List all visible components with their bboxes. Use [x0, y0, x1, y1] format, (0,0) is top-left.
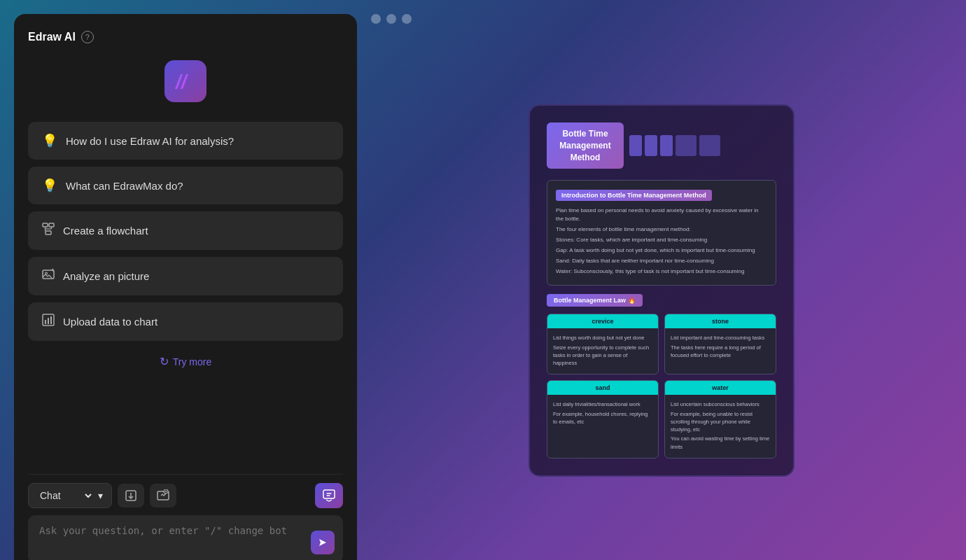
suggestion-icon-picture	[42, 268, 55, 284]
diagram-title-line1: Bottle Time	[556, 128, 614, 140]
right-panel: Bottle Time Management Method Introducti	[357, 0, 966, 560]
cell-sand-text1: List daily trivialities/transactional wo…	[553, 400, 652, 408]
diagram-title: Bottle Time Management Method	[547, 122, 624, 169]
image-upload-button[interactable]	[150, 484, 176, 507]
image-upload-icon	[157, 489, 169, 502]
cell-crevice-body: List things worth doing but not yet done…	[547, 328, 658, 374]
suggestion-label-edrawmax: What can EdrawMax do?	[66, 180, 183, 192]
cell-stone-body: List important and time-consuming tasks …	[665, 328, 776, 366]
cell-stone-text2: The tasks here require a long period of …	[671, 344, 770, 360]
svg-rect-2	[49, 223, 54, 227]
suggestion-label-picture: Analyze an picture	[63, 270, 149, 282]
svg-rect-1	[43, 223, 48, 227]
intro-p2: The four elements of bottle time managem…	[556, 225, 767, 234]
logo-svg: //	[173, 69, 198, 94]
stripe-1	[629, 135, 642, 156]
svg-rect-11	[48, 318, 49, 324]
suggestion-label-analysis: How do I use Edraw AI for analysis?	[66, 135, 234, 147]
law-section-title: Bottle Management Law 🔥	[547, 294, 643, 307]
diagram-title-line2: Management	[556, 140, 614, 152]
stripe-5	[699, 135, 720, 156]
suggestion-chart[interactable]: Upload data to chart	[28, 302, 343, 341]
svg-rect-12	[50, 316, 52, 324]
law-section-label: Bottle Management Law 🔥	[554, 297, 636, 304]
intro-section-title: Introduction to Bottle Time Management M…	[556, 190, 712, 201]
svg-rect-10	[45, 320, 46, 324]
cell-stone-text1: List important and time-consuming tasks	[671, 334, 770, 342]
cell-crevice-text2: Seize every opportunity to complete such…	[553, 344, 652, 368]
diagram-header: Bottle Time Management Method	[547, 122, 776, 169]
cell-water: water List uncertain subconscious behavi…	[664, 380, 776, 458]
intro-p3: Stones: Core tasks, which are important …	[556, 236, 767, 244]
app-title: Edraw AI	[28, 31, 76, 43]
browser-controls	[371, 14, 952, 24]
intro-p5: Sand: Daily tasks that are neither impor…	[556, 257, 767, 265]
app-header: Edraw AI ?	[28, 31, 343, 43]
intro-box: Introduction to Bottle Time Management M…	[547, 180, 776, 286]
intro-p1: Plan time based on personal needs to avo…	[556, 206, 767, 223]
suggestion-icon-chart	[42, 314, 55, 330]
dropdown-chevron-icon: ▾	[98, 490, 103, 501]
svg-rect-16	[323, 490, 335, 498]
chat-input[interactable]	[39, 525, 332, 550]
diagram-area: Bottle Time Management Method Introducti	[371, 35, 952, 546]
logo-area: //	[28, 60, 343, 102]
ai-icon	[322, 489, 336, 503]
suggestion-label-chart: Upload data to chart	[63, 316, 158, 328]
cell-water-header: water	[665, 381, 776, 395]
app-container: Edraw AI ? // 💡 How do I use	[0, 0, 966, 560]
svg-text://: //	[174, 71, 189, 92]
intro-p6: Water: Subconsciously, this type of task…	[556, 267, 767, 276]
intro-p4: Gap: A task worth doing but not yet done…	[556, 246, 767, 255]
cell-crevice-text1: List things worth doing but not yet done	[553, 334, 652, 342]
suggestion-label-flowchart: Create a flowchart	[63, 225, 148, 237]
cell-sand: sand List daily trivialities/transaction…	[547, 380, 659, 458]
help-icon[interactable]: ?	[81, 31, 94, 43]
suggestion-flowchart[interactable]: Create a flowchart	[28, 211, 343, 250]
diagram-stripes	[629, 135, 776, 156]
left-panel: Edraw AI ? // 💡 How do I use	[14, 14, 357, 560]
intro-content: Plan time based on personal needs to avo…	[556, 206, 767, 276]
cell-water-text2: For example, being unable to resist scro…	[671, 410, 770, 434]
send-button[interactable]	[311, 531, 335, 554]
cell-stone-header: stone	[665, 314, 776, 328]
cell-stone: stone List important and time-consuming …	[664, 314, 776, 374]
cell-crevice-header: crevice	[547, 314, 658, 328]
cell-crevice: crevice List things worth doing but not …	[547, 314, 659, 374]
mode-selector[interactable]: Chat Diagram Analysis ▾	[28, 483, 112, 508]
cell-water-text3: You can avoid wasting time by setting ti…	[671, 435, 770, 451]
svg-rect-3	[46, 231, 51, 234]
cell-sand-text2: For example, household chores, replying …	[553, 410, 652, 426]
send-icon	[318, 538, 328, 547]
chat-input-area[interactable]	[28, 515, 343, 560]
cell-water-text1: List uncertain subconscious behaviors	[671, 400, 770, 408]
suggestion-icon-analysis: 💡	[42, 133, 57, 148]
logo-icon: //	[164, 60, 206, 102]
suggestion-edrawmax[interactable]: 💡 What can EdrawMax do?	[28, 167, 343, 204]
mode-dropdown[interactable]: Chat Diagram Analysis	[37, 489, 94, 502]
stripe-2	[645, 135, 657, 156]
svg-rect-7	[43, 270, 54, 279]
bottle-grid: crevice List things worth doing but not …	[547, 314, 776, 458]
cell-sand-body: List daily trivialities/transactional wo…	[547, 395, 658, 433]
try-more-button[interactable]: ↻ Try more	[28, 346, 343, 377]
diagram-card: Bottle Time Management Method Introducti	[528, 104, 794, 477]
refresh-icon: ↻	[160, 355, 169, 368]
cell-water-body: List uncertain subconscious behaviors Fo…	[665, 395, 776, 458]
browser-dot-3	[402, 14, 412, 24]
export-icon	[125, 489, 137, 502]
browser-dot-1	[371, 14, 381, 24]
suggestion-analysis[interactable]: 💡 How do I use Edraw AI for analysis?	[28, 122, 343, 160]
try-more-label: Try more	[173, 356, 211, 368]
cell-sand-header: sand	[547, 381, 658, 395]
ai-chat-button[interactable]	[315, 483, 343, 508]
stripe-4	[676, 135, 696, 156]
diagram-title-line3: Method	[556, 152, 614, 164]
suggestion-picture[interactable]: Analyze an picture	[28, 257, 343, 295]
suggestion-list: 💡 How do I use Edraw AI for analysis? 💡 …	[28, 122, 343, 341]
suggestion-icon-edrawmax: 💡	[42, 178, 57, 193]
browser-dot-2	[386, 14, 396, 24]
stripe-3	[660, 135, 673, 156]
bottom-bar: Chat Diagram Analysis ▾	[28, 474, 343, 508]
export-button[interactable]	[118, 484, 144, 507]
